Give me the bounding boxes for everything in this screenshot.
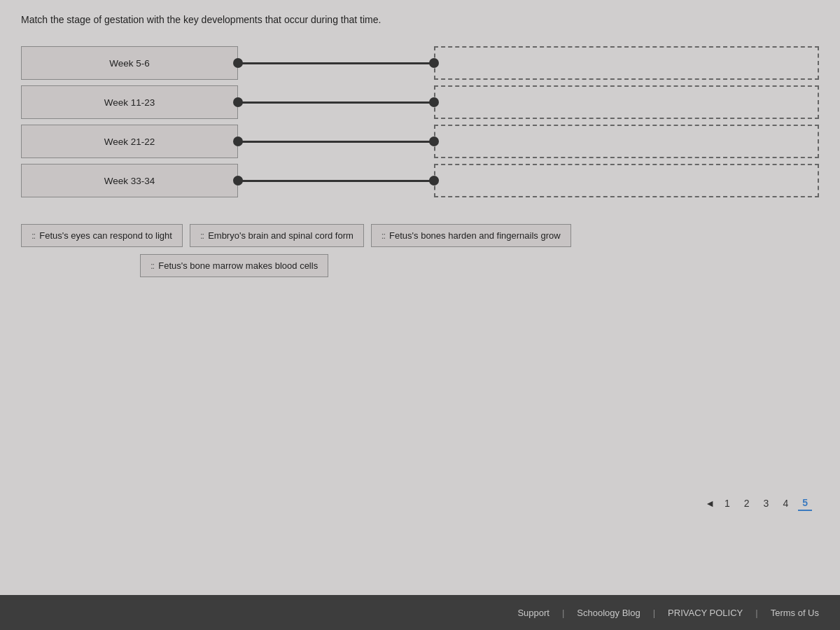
drag-icon-4: :: [150,260,154,271]
drag-icon-3: :: [382,230,385,241]
rows-wrapper: Week 5-6 Week 11-23 [21,46,819,203]
answer-item-3[interactable]: :: Fetus's bones harden and fingernails … [371,224,571,247]
page-4[interactable]: 4 [778,496,792,510]
pagination: ◄ 1 2 3 4 5 [705,496,812,511]
dot-left-2 [233,97,243,107]
dot-left-4 [233,176,243,186]
drag-icon-1: :: [31,230,35,241]
dot-left-1 [233,58,243,68]
footer-support[interactable]: Support [517,608,550,618]
target-box-2[interactable] [434,85,819,119]
footer: Support | Schoology Blog | PRIVACY POLIC… [0,595,840,630]
instruction-text: Match the stage of gestation with the ke… [21,14,819,25]
match-row-3: Week 21-22 [21,125,819,158]
page-2[interactable]: 2 [740,496,754,510]
footer-privacy[interactable]: PRIVACY POLICY [668,608,743,618]
matching-area: Week 5-6 Week 11-23 [21,46,819,277]
answers-area: :: Fetus's eyes can respond to light :: … [21,224,819,277]
footer-blog[interactable]: Schoology Blog [577,608,640,618]
page-1[interactable]: 1 [720,496,734,510]
label-week-33-34: Week 33-34 [21,164,238,197]
connector-4 [238,164,434,197]
page-5[interactable]: 5 [798,496,812,511]
answer-text-1: Fetus's eyes can respond to light [39,230,172,241]
connector-3 [238,125,434,158]
answer-item-1[interactable]: :: Fetus's eyes can respond to light [21,224,183,247]
match-row-2: Week 11-23 [21,85,819,119]
dot-right-3 [429,136,439,146]
dot-right-1 [429,58,439,68]
connector-2 [238,85,434,119]
answer-text-4: Fetus's bone marrow makes blood cells [158,260,318,271]
target-box-3[interactable] [434,125,819,158]
label-week-11-23: Week 11-23 [21,85,238,119]
footer-terms[interactable]: Terms of Us [771,608,819,618]
main-content: Match the stage of gestation with the ke… [0,0,840,595]
dot-right-4 [429,176,439,186]
answer-text-3: Fetus's bones harden and fingernails gro… [389,230,561,241]
answer-item-2[interactable]: :: Embryo's brain and spinal cord form [190,224,364,247]
label-week-21-22: Week 21-22 [21,125,238,158]
target-box-1[interactable] [434,46,819,80]
dot-right-2 [429,97,439,107]
prev-page-button[interactable]: ◄ [705,498,715,509]
connector-1 [238,46,434,80]
answer-item-4[interactable]: :: Fetus's bone marrow makes blood cells [140,254,328,277]
match-row-4: Week 33-34 [21,164,819,197]
answer-text-2: Embryo's brain and spinal cord form [208,230,354,241]
target-box-4[interactable] [434,164,819,197]
match-row-1: Week 5-6 [21,46,819,80]
label-week-5-6: Week 5-6 [21,46,238,80]
drag-icon-2: :: [200,230,204,241]
dot-left-3 [233,136,243,146]
page-3[interactable]: 3 [760,496,774,510]
